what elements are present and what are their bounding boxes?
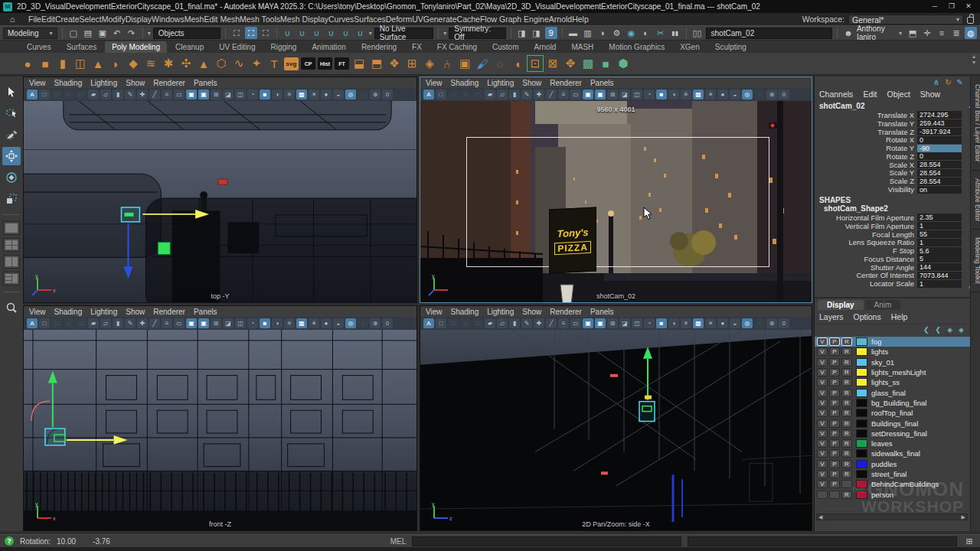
viewport-menu-item[interactable]: Lighting (487, 79, 514, 87)
viewport-front[interactable]: ViewShadingLightingShowRendererPanels A□… (23, 305, 417, 531)
viewport-toolbar-icon[interactable]: ■ (260, 318, 270, 328)
chevron-down-icon[interactable]: ▾ (443, 30, 446, 37)
layer-color-swatch[interactable] (856, 470, 867, 478)
shelf-tool-icon[interactable]: ⬒ (369, 56, 384, 71)
layer-visibility-toggle[interactable]: V (817, 419, 828, 428)
viewport-toolbar-icon[interactable]: □ (76, 90, 87, 99)
menu-item[interactable]: Flow Graph Engine (480, 15, 549, 24)
shelf-tool-icon[interactable]: ◌ (492, 56, 508, 71)
viewport-toolbar-icon[interactable]: ╱ (546, 90, 557, 99)
channel-label[interactable]: Focal Length (872, 230, 914, 239)
viewport-toolbar-icon[interactable]: ▮ (509, 318, 520, 328)
layer-color-swatch[interactable] (856, 439, 867, 448)
channel-label[interactable]: Rotate Y (886, 144, 914, 152)
channel-value-field[interactable]: 144 (917, 263, 962, 271)
viewport-menu-item[interactable]: Panels (194, 308, 217, 316)
layer-row[interactable]: V P R lights (815, 347, 970, 357)
shelf-tool-icon[interactable]: CP (301, 57, 315, 70)
layer-visibility-toggle[interactable] (817, 491, 828, 499)
viewport-toolbar-icon[interactable]: ✳ (284, 90, 295, 99)
viewport-toolbar-icon[interactable]: ○ (64, 90, 74, 99)
shelf-tool-icon[interactable]: ⬢ (616, 56, 631, 71)
snap-view-plane-icon[interactable]: ∪ (340, 27, 352, 39)
menu-item[interactable]: Windows (152, 15, 185, 24)
viewport-toolbar-icon[interactable]: ⊞ (607, 318, 618, 328)
viewport-toolbar-icon[interactable]: ▣ (583, 90, 593, 99)
output-connections-icon[interactable]: ◨ (531, 27, 543, 39)
separator[interactable] (438, 28, 439, 38)
layer-row[interactable]: V P R sky_01 (815, 357, 970, 367)
layer-editor-tab[interactable]: Display (818, 300, 864, 310)
viewport-toolbar-icon[interactable]: ✎ (125, 90, 136, 99)
layer-name[interactable]: glass_final (871, 389, 906, 397)
viewport-toolbar-icon[interactable]: □ (448, 318, 459, 328)
layer-color-swatch[interactable] (856, 378, 867, 386)
layer-display-type-toggle[interactable]: R (841, 368, 852, 377)
viewport-toolbar-icon[interactable]: ▫ (358, 318, 368, 328)
layout-outliner-pane-button[interactable] (3, 272, 20, 285)
viewport-toolbar-icon[interactable]: ▱ (497, 90, 508, 99)
move-manipulator[interactable] (31, 371, 128, 445)
layer-playback-toggle[interactable]: P (829, 409, 840, 417)
snap-point-icon[interactable]: ∪ (311, 27, 323, 39)
layer-playback-toggle[interactable]: P (829, 460, 840, 468)
layer-display-type-toggle[interactable]: R (841, 347, 852, 356)
layer-editor-menu-item[interactable]: Options (854, 312, 881, 321)
viewport-toolbar-icon[interactable]: ⊞ (211, 318, 221, 328)
sidebar-perspective-icon[interactable]: ◍ (965, 27, 977, 39)
viewport-toolbar-icon[interactable]: ◎ (345, 318, 356, 328)
viewport-toolbar-icon[interactable]: ◎ (345, 90, 356, 99)
menu-item[interactable]: Edit Mesh (204, 15, 240, 24)
layer-visibility-toggle[interactable]: V (817, 439, 828, 448)
menu-item[interactable]: File (28, 15, 41, 24)
layer-visibility-toggle[interactable]: V (817, 429, 828, 438)
layer-color-swatch[interactable] (856, 368, 867, 377)
channel-label[interactable]: Center Of Interest (856, 271, 914, 279)
layer-editor-menu-item[interactable]: Layers (819, 312, 844, 321)
chevron-down-icon[interactable]: ▾ (369, 30, 372, 37)
layer-row[interactable]: V P R leaves (815, 439, 970, 448)
viewport-toolbar-icon[interactable]: ✚ (534, 90, 544, 99)
layer-toolbar-icon[interactable]: ❮ (936, 326, 942, 334)
layer-playback-toggle[interactable] (829, 491, 840, 499)
shelf-tab[interactable]: Poly Modeling (105, 41, 167, 53)
shelf-tool-icon[interactable]: svg (284, 57, 299, 70)
layout-two-pane-button[interactable] (3, 255, 20, 269)
shelf-tab[interactable]: Arnold (528, 41, 564, 53)
layer-name[interactable]: person (871, 491, 893, 499)
viewport-menu-item[interactable]: View (426, 308, 443, 316)
viewport-menu-item[interactable]: Renderer (550, 79, 582, 87)
select-tool[interactable] (2, 83, 21, 101)
shelf-tool-icon[interactable]: ▲ (90, 56, 106, 71)
viewport-toolbar-icon[interactable]: ◒ (730, 318, 740, 328)
layer-name[interactable]: sidewalks_final (871, 449, 920, 458)
viewport-toolbar-icon[interactable]: ▭ (174, 318, 185, 328)
new-scene-icon[interactable]: ▢ (67, 27, 80, 39)
viewport-side[interactable]: ViewShadingLightingShowRendererPanels A□… (420, 305, 812, 531)
render-settings-icon[interactable]: ⚙ (611, 27, 623, 39)
layer-color-swatch[interactable] (856, 429, 867, 438)
sidebar-character-icon[interactable]: ✛ (921, 27, 933, 39)
menu-item[interactable]: Edit (41, 15, 55, 24)
layer-visibility-toggle[interactable]: V (817, 337, 828, 346)
channel-label[interactable]: Translate Y (877, 119, 914, 128)
layer-playback-toggle[interactable]: P (829, 347, 840, 356)
viewport-toolbar-icon[interactable]: ▣ (186, 318, 197, 328)
viewport-toolbar-icon[interactable]: ● (717, 90, 728, 99)
layer-display-type-toggle[interactable]: R (841, 389, 852, 397)
layer-visibility-toggle[interactable]: V (817, 389, 828, 397)
maximize-button[interactable]: ❐ (943, 0, 960, 13)
viewport-toolbar-icon[interactable]: ▰ (485, 318, 495, 328)
layer-visibility-toggle[interactable]: V (817, 460, 828, 468)
layer-name[interactable]: roofTop_final (871, 409, 913, 417)
viewport-toolbar-icon[interactable]: ◫ (632, 90, 642, 99)
viewport-toolbar-icon[interactable]: ● (321, 318, 332, 328)
layer-visibility-toggle[interactable]: V (817, 449, 828, 458)
shelf-tool-icon[interactable]: FT (335, 57, 349, 70)
layer-visibility-toggle[interactable]: V (817, 358, 828, 367)
layer-row[interactable]: V P R sidewalks_final (815, 448, 970, 458)
viewport-menu-item[interactable]: Panels (194, 79, 217, 87)
layer-row[interactable]: V P R lights_ss (815, 377, 970, 387)
render-frame-icon[interactable]: ▬ (567, 27, 580, 39)
viewport-toolbar-icon[interactable]: ◑ (668, 318, 679, 328)
